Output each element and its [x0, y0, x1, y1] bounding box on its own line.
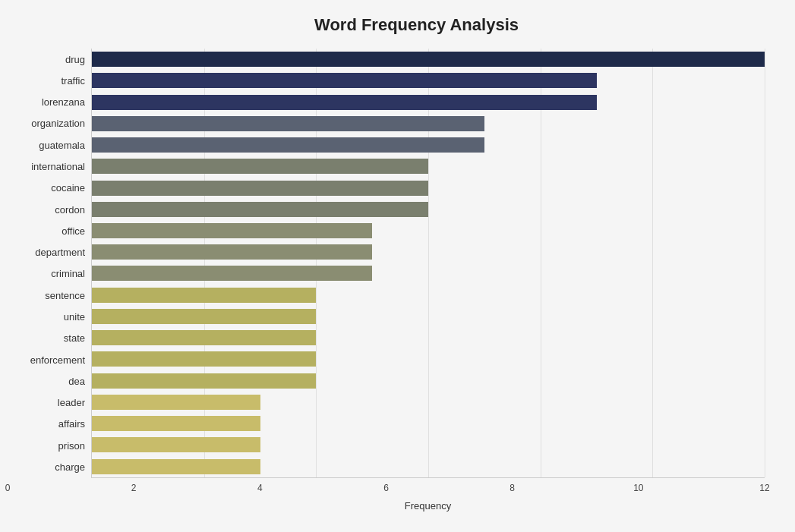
- bar-leader: [92, 395, 260, 410]
- bar-row-leader: [92, 392, 765, 412]
- x-axis-label: Frequency: [8, 500, 765, 512]
- y-label-unite: unite: [64, 307, 85, 327]
- bar-dea: [92, 373, 316, 389]
- bar-row-traffic: [92, 71, 765, 90]
- y-axis-labels: drugtrafficlorenzanaorganizationguatemal…: [8, 49, 91, 478]
- y-label-lorenzana: lorenzana: [42, 93, 85, 112]
- bar-row-organization: [92, 114, 765, 134]
- y-label-guatemala: guatemala: [39, 135, 85, 155]
- y-label-office: office: [62, 221, 85, 241]
- bar-charge: [92, 459, 260, 474]
- bar-organization: [92, 116, 484, 131]
- y-label-criminal: criminal: [51, 264, 85, 284]
- bar-row-prison: [92, 435, 765, 455]
- y-label-prison: prison: [58, 436, 85, 455]
- y-label-affairs: affairs: [58, 414, 85, 434]
- chart-container: Word Frequency Analysis drugtrafficloren…: [0, 0, 795, 532]
- bar-row-unite: [92, 307, 765, 326]
- bar-affairs: [92, 416, 260, 431]
- bar-drug: [92, 52, 765, 67]
- bar-cordon: [92, 202, 428, 217]
- bar-criminal: [92, 266, 372, 281]
- bar-state: [92, 330, 316, 345]
- bar-sentence: [92, 288, 316, 303]
- bar-row-guatemala: [92, 135, 765, 155]
- y-label-organization: organization: [31, 114, 85, 134]
- bar-cocaine: [92, 181, 428, 196]
- y-label-leader: leader: [58, 393, 85, 413]
- y-label-state: state: [64, 329, 85, 348]
- x-tick-6: 6: [383, 483, 389, 493]
- bar-row-sentence: [92, 285, 765, 305]
- y-label-dea: dea: [68, 371, 85, 391]
- y-label-enforcement: enforcement: [30, 350, 85, 370]
- bar-office: [92, 223, 372, 238]
- bar-traffic: [92, 73, 597, 88]
- y-label-traffic: traffic: [61, 71, 85, 90]
- y-label-cordon: cordon: [55, 200, 85, 219]
- bar-enforcement: [92, 351, 316, 367]
- bar-row-international: [92, 156, 765, 176]
- bar-department: [92, 244, 372, 260]
- bar-guatemala: [92, 137, 484, 153]
- bar-row-enforcement: [92, 349, 765, 369]
- bar-lorenzana: [92, 95, 597, 110]
- bar-row-criminal: [92, 263, 765, 283]
- x-tick-2: 2: [131, 483, 137, 493]
- x-tick-10: 10: [633, 483, 643, 493]
- y-label-charge: charge: [55, 457, 85, 477]
- bar-row-office: [92, 221, 765, 241]
- bar-row-cordon: [92, 200, 765, 219]
- y-label-department: department: [35, 243, 85, 263]
- bar-row-affairs: [92, 414, 765, 433]
- bar-row-lorenzana: [92, 93, 765, 112]
- x-tick-0: 0: [5, 483, 11, 493]
- y-label-cocaine: cocaine: [51, 178, 85, 198]
- bars-area: [91, 49, 765, 478]
- x-tick-4: 4: [257, 483, 263, 493]
- y-label-international: international: [31, 157, 85, 177]
- bar-row-dea: [92, 371, 765, 391]
- y-label-drug: drug: [65, 49, 85, 69]
- bar-row-charge: [92, 457, 765, 477]
- x-tick-12: 12: [759, 483, 769, 493]
- bar-row-department: [92, 242, 765, 262]
- y-label-sentence: sentence: [45, 285, 85, 305]
- bar-row-state: [92, 328, 765, 348]
- chart-title: Word Frequency Analysis: [8, 15, 765, 35]
- bar-row-cocaine: [92, 178, 765, 198]
- bar-prison: [92, 437, 260, 452]
- bar-unite: [92, 309, 316, 324]
- x-tick-8: 8: [509, 483, 515, 493]
- bar-international: [92, 159, 428, 174]
- bar-row-drug: [92, 49, 765, 69]
